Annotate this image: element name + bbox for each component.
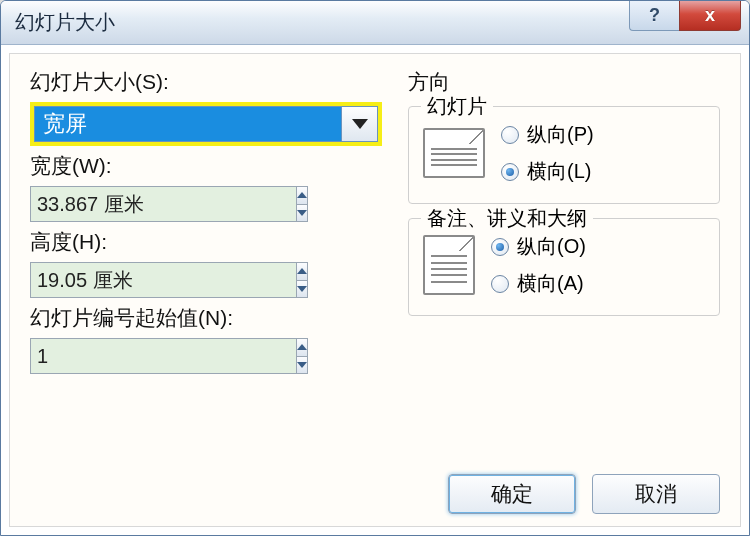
width-increment-button[interactable] (297, 187, 307, 204)
start-number-input[interactable] (30, 338, 297, 374)
notes-legend: 备注、讲义和大纲 (421, 205, 593, 232)
notes-landscape-label: 横向(A) (517, 270, 584, 297)
start-number-spinner-buttons (297, 338, 308, 374)
ok-label: 确定 (491, 480, 533, 508)
dialog-buttons: 确定 取消 (408, 468, 720, 514)
close-button[interactable]: x (679, 1, 741, 31)
titlebar[interactable]: 幻灯片大小 ? x (1, 1, 749, 45)
slides-portrait-label: 纵向(P) (527, 121, 594, 148)
slide-size-label: 幻灯片大小(S): (30, 68, 382, 96)
notes-landscape-radio[interactable]: 横向(A) (491, 270, 586, 297)
chevron-up-icon (297, 192, 307, 198)
page-landscape-icon (423, 128, 485, 178)
ok-button[interactable]: 确定 (448, 474, 576, 514)
slides-orientation-group: 幻灯片 纵向(P) 横向(L) (408, 106, 720, 204)
slides-legend: 幻灯片 (421, 93, 493, 120)
chevron-down-icon (297, 362, 307, 368)
chevron-down-icon (297, 210, 307, 216)
titlebar-controls: ? x (629, 1, 741, 31)
radio-icon (501, 126, 519, 144)
slide-size-value: 宽屏 (43, 109, 87, 139)
height-decrement-button[interactable] (297, 280, 307, 298)
notes-portrait-radio[interactable]: 纵向(O) (491, 233, 586, 260)
start-increment-button[interactable] (297, 339, 307, 356)
radio-icon (491, 238, 509, 256)
height-spinner (30, 262, 230, 298)
slides-portrait-radio[interactable]: 纵向(P) (501, 121, 594, 148)
width-decrement-button[interactable] (297, 204, 307, 222)
slides-landscape-label: 横向(L) (527, 158, 591, 185)
help-icon: ? (649, 5, 660, 26)
help-button[interactable]: ? (629, 1, 679, 31)
height-input[interactable] (30, 262, 297, 298)
chevron-up-icon (297, 268, 307, 274)
chevron-down-icon (352, 119, 368, 129)
window-title: 幻灯片大小 (15, 9, 115, 36)
orientation-title: 方向 (408, 68, 720, 96)
height-spinner-buttons (297, 262, 308, 298)
height-label: 高度(H): (30, 228, 382, 256)
width-input[interactable] (30, 186, 297, 222)
cancel-button[interactable]: 取消 (592, 474, 720, 514)
left-column: 幻灯片大小(S): 宽屏 宽度(W): (30, 68, 382, 514)
height-increment-button[interactable] (297, 263, 307, 280)
chevron-up-icon (297, 344, 307, 350)
width-label: 宽度(W): (30, 152, 382, 180)
right-column: 方向 幻灯片 纵向(P) (408, 68, 720, 514)
start-decrement-button[interactable] (297, 356, 307, 374)
slide-size-dropdown-button[interactable] (342, 106, 378, 142)
start-number-spinner (30, 338, 120, 374)
width-spinner (30, 186, 230, 222)
cancel-label: 取消 (635, 480, 677, 508)
dialog-window: 幻灯片大小 ? x 幻灯片大小(S): 宽屏 宽度(W): (0, 0, 750, 536)
chevron-down-icon (297, 286, 307, 292)
page-portrait-icon (423, 235, 475, 295)
notes-portrait-label: 纵向(O) (517, 233, 586, 260)
close-icon: x (705, 5, 715, 26)
width-spinner-buttons (297, 186, 308, 222)
notes-orientation-group: 备注、讲义和大纲 纵向(O) 横向(A) (408, 218, 720, 316)
slide-size-combobox[interactable]: 宽屏 (34, 106, 342, 142)
slide-size-combobox-highlight: 宽屏 (30, 102, 382, 146)
slides-landscape-radio[interactable]: 横向(L) (501, 158, 594, 185)
radio-icon (491, 275, 509, 293)
start-number-label: 幻灯片编号起始值(N): (30, 304, 382, 332)
client-area: 幻灯片大小(S): 宽屏 宽度(W): (9, 53, 741, 527)
radio-icon (501, 163, 519, 181)
